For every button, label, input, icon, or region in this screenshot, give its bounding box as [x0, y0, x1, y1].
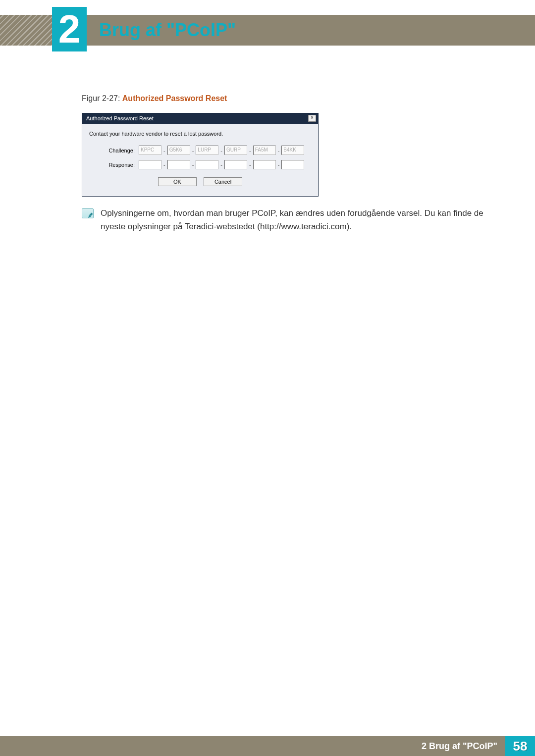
challenge-row: Challenge: KPPC - G5K6 - LURP - GURP - F…	[89, 146, 311, 155]
pencil-note-icon	[82, 208, 94, 218]
response-segment-2[interactable]	[196, 160, 218, 169]
response-segment-1[interactable]	[167, 160, 190, 169]
challenge-dash: -	[219, 148, 223, 153]
challenge-segment-0: KPPC	[139, 146, 161, 155]
dialog-titlebar: Authorized Password Reset ×	[82, 113, 318, 124]
footer-label: 2 Brug af "PCoIP"	[414, 736, 505, 756]
challenge-group: KPPC - G5K6 - LURP - GURP - FA5M - B4KK	[139, 146, 304, 155]
response-dash: -	[277, 162, 281, 168]
challenge-segment-1: G5K6	[167, 146, 190, 155]
footer-band: 2 Brug af "PCoIP" 58	[0, 736, 535, 756]
challenge-dash: -	[277, 148, 281, 153]
response-dash: -	[248, 162, 252, 168]
figure-caption-title: Authorized Password Reset	[122, 94, 227, 102]
page-content: Figur 2-27: Authorized Password Reset Au…	[82, 94, 510, 233]
response-segment-5[interactable]	[281, 160, 304, 169]
challenge-dash: -	[191, 148, 195, 153]
cancel-button[interactable]: Cancel	[204, 177, 242, 186]
challenge-segment-2: LURP	[196, 146, 218, 155]
challenge-dash: -	[248, 148, 252, 153]
info-note: Oplysningerne om, hvordan man bruger PCo…	[82, 206, 510, 233]
header-hatch-pattern	[0, 15, 52, 46]
figure-caption: Figur 2-27: Authorized Password Reset	[82, 94, 510, 103]
challenge-dash: -	[162, 148, 166, 153]
footer-page-number: 58	[505, 736, 535, 756]
response-segment-0[interactable]	[139, 160, 161, 169]
challenge-label: Challenge:	[89, 148, 139, 153]
svg-rect-0	[89, 212, 93, 216]
challenge-segment-3: GURP	[224, 146, 247, 155]
response-label: Response:	[89, 162, 139, 168]
figure-caption-prefix: Figur 2-27:	[82, 94, 122, 102]
response-row: Response: - - - - -	[89, 160, 311, 169]
close-icon[interactable]: ×	[308, 115, 316, 122]
ok-button[interactable]: OK	[158, 177, 197, 186]
response-dash: -	[162, 162, 166, 168]
chapter-title: Brug af "PCoIP"	[99, 20, 236, 41]
response-dash: -	[219, 162, 223, 168]
dialog-button-row: OK Cancel	[89, 174, 311, 191]
response-segment-3[interactable]	[224, 160, 247, 169]
chapter-number: 2	[58, 9, 81, 49]
response-segment-4[interactable]	[253, 160, 276, 169]
info-note-text: Oplysningerne om, hvordan man bruger PCo…	[101, 206, 510, 233]
dialog-instruction: Contact your hardware vendor to reset a …	[89, 131, 311, 137]
dialog-body: Contact your hardware vendor to reset a …	[82, 124, 318, 196]
password-reset-dialog: Authorized Password Reset × Contact your…	[82, 113, 319, 197]
challenge-segment-5: B4KK	[281, 146, 304, 155]
response-dash: -	[191, 162, 195, 168]
chapter-badge: 2	[52, 7, 87, 51]
dialog-title: Authorized Password Reset	[86, 115, 154, 121]
challenge-segment-4: FA5M	[253, 146, 276, 155]
response-group: - - - - -	[139, 160, 304, 169]
